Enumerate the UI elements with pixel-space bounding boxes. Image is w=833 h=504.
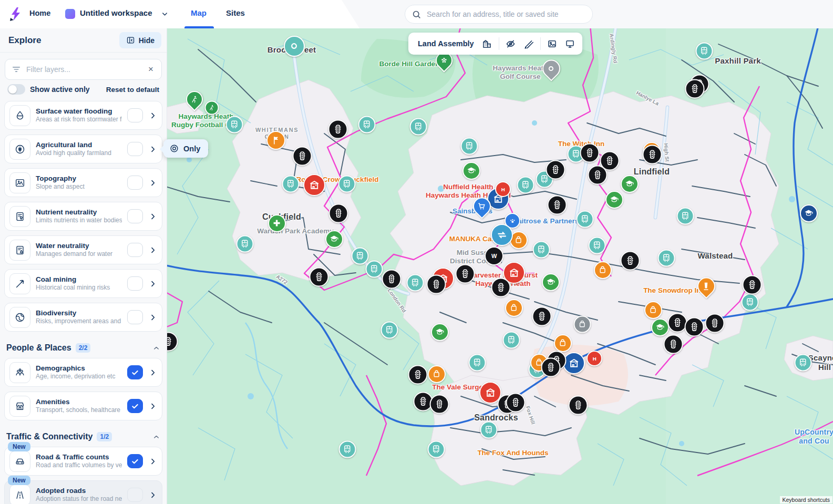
layer-expand-agricultural-land[interactable] (149, 145, 157, 153)
layer-card-nutrient-neutrality[interactable]: Nutrient neutralityLimits nutrients in w… (4, 202, 162, 231)
layer-expand-surface-water-flooding[interactable] (149, 111, 157, 120)
bus-stop-marker[interactable] (338, 176, 356, 193)
layer-card-road-traffic-counts[interactable]: NewRoad & Traffic countsRoad and traffic… (4, 447, 162, 476)
traffic-count-marker[interactable] (580, 143, 600, 163)
layer-card-demographics[interactable]: DemographicsAge, income, deprivation etc (4, 358, 162, 387)
school-marker[interactable] (431, 323, 449, 341)
layer-card-coal-mining[interactable]: Coal miningHistorical coal mining risks (4, 269, 162, 298)
traffic-count-marker[interactable] (685, 317, 704, 337)
bus-stop-marker[interactable] (480, 421, 498, 439)
layer-toggle-adopted-roads[interactable] (127, 488, 143, 502)
screenshot-image-icon[interactable] (543, 35, 561, 53)
shop-marker[interactable] (428, 365, 446, 383)
traffic-count-marker[interactable] (329, 204, 348, 223)
bus-stop-marker[interactable] (428, 441, 445, 458)
school-marker[interactable] (542, 273, 560, 291)
bus-stop-marker[interactable] (366, 261, 383, 278)
traffic-count-marker[interactable] (546, 160, 565, 180)
layer-expand-water-neutrality[interactable] (149, 246, 157, 254)
bus-stop-marker[interactable] (358, 116, 376, 133)
retail-w-marker[interactable]: W (485, 246, 503, 265)
show-active-only-toggle[interactable] (7, 84, 25, 95)
shop-marker[interactable] (644, 301, 662, 319)
layer-card-surface-water-flooding[interactable]: Surface water floodingAreas at risk from… (4, 101, 162, 130)
traffic-count-marker[interactable] (408, 365, 428, 385)
civic-building-marker[interactable] (563, 352, 585, 374)
land-assembly-buildings-icon[interactable] (478, 35, 496, 53)
layer-toggle-water-neutrality[interactable] (127, 243, 143, 257)
traffic-count-marker[interactable] (491, 278, 511, 297)
layer-card-biodiversity[interactable]: BiodiversityRisks, improvement areas and… (4, 303, 162, 332)
traffic-count-marker[interactable] (382, 270, 402, 289)
bus-stop-marker[interactable] (677, 208, 694, 225)
filter-layers-input[interactable] (5, 59, 162, 80)
closed-shop-marker[interactable] (574, 316, 591, 333)
school-marker[interactable] (325, 230, 343, 248)
traffic-count-marker[interactable] (427, 275, 446, 294)
bus-stop-marker[interactable] (410, 118, 427, 136)
shop-marker[interactable] (554, 334, 572, 352)
layer-toggle-surface-water-flooding[interactable] (127, 108, 143, 122)
map-viewport[interactable]: Brook StreetBorde Hill GardenHaywards He… (167, 28, 833, 504)
hospital-marker[interactable]: H (495, 181, 511, 197)
bus-stop-marker[interactable] (658, 250, 675, 267)
school-marker[interactable] (605, 191, 623, 209)
layer-toggle-road-traffic-counts[interactable] (127, 454, 143, 468)
school-marker[interactable] (462, 162, 480, 180)
layer-toggle-amenities[interactable] (127, 399, 143, 413)
traffic-count-marker[interactable] (506, 393, 526, 413)
layer-card-amenities[interactable]: AmenitiesTransport, schools, healthcare … (4, 392, 162, 420)
layer-expand-biodiversity[interactable] (149, 313, 157, 322)
bus-stop-marker[interactable] (461, 138, 478, 155)
tab-map[interactable]: Map (191, 8, 207, 17)
hospital-marker[interactable]: H (587, 351, 602, 366)
chevron-up-icon[interactable] (152, 433, 160, 441)
search-bar[interactable] (405, 5, 593, 24)
hide-panel-button[interactable]: Hide (119, 32, 161, 48)
traffic-count-marker[interactable] (430, 395, 449, 414)
layer-expand-road-traffic-counts[interactable] (149, 457, 157, 466)
traffic-count-marker[interactable] (548, 196, 567, 215)
search-input[interactable] (426, 9, 586, 19)
reset-to-default-button[interactable]: Reset to default (106, 86, 159, 94)
traffic-count-marker[interactable] (621, 251, 640, 271)
home-button[interactable]: Home (29, 9, 50, 17)
keyboard-shortcuts-button[interactable]: Keyboard shortcuts (780, 496, 832, 503)
traffic-count-marker[interactable] (743, 275, 762, 295)
layer-toggle-nutrient-neutrality[interactable] (127, 209, 143, 223)
section-header-people-places[interactable]: People & Places2/2 (0, 336, 167, 358)
layer-expand-coal-mining[interactable] (149, 280, 157, 288)
college-marker[interactable] (800, 204, 818, 222)
shop-marker[interactable] (594, 261, 612, 279)
bus-stop-marker[interactable] (352, 248, 369, 265)
layer-card-water-neutrality[interactable]: Water neutralityManages demand for water (4, 235, 162, 264)
traffic-count-marker[interactable] (588, 166, 608, 185)
layer-expand-demographics[interactable] (149, 368, 157, 377)
flag-poi-marker[interactable] (266, 131, 285, 150)
bus-stop-marker[interactable] (339, 441, 356, 458)
traffic-count-marker[interactable] (569, 396, 588, 415)
traffic-count-marker[interactable] (293, 147, 312, 166)
bus-stop-marker[interactable] (589, 237, 606, 254)
layer-toggle-agricultural-land[interactable] (127, 142, 143, 156)
traffic-count-marker[interactable] (685, 79, 705, 99)
hide-visibility-icon[interactable] (502, 35, 520, 53)
layer-expand-nutrient-neutrality[interactable] (149, 212, 157, 221)
layer-expand-adopted-roads[interactable] (149, 491, 157, 499)
layer-toggle-topography[interactable] (127, 176, 143, 190)
bus-stop-marker[interactable] (517, 177, 534, 194)
shop-marker[interactable] (505, 299, 523, 317)
school-marker[interactable] (621, 175, 639, 193)
clear-filter-icon[interactable]: × (145, 63, 157, 76)
bus-stop-marker[interactable] (533, 241, 550, 259)
traffic-count-marker[interactable] (664, 335, 683, 354)
traffic-count-marker[interactable] (705, 314, 725, 333)
bus-stop-marker[interactable] (577, 211, 594, 228)
layer-expand-amenities[interactable] (149, 402, 157, 410)
bus-stop-marker[interactable] (407, 274, 424, 292)
workspace-icon[interactable] (65, 9, 75, 19)
layer-toggle-demographics[interactable] (127, 365, 143, 379)
layer-card-agricultural-land[interactable]: Agricultural landAvoid high quality farm… (4, 135, 162, 163)
presentation-monitor-icon[interactable] (561, 35, 579, 53)
bus-stop-marker[interactable] (469, 354, 486, 372)
